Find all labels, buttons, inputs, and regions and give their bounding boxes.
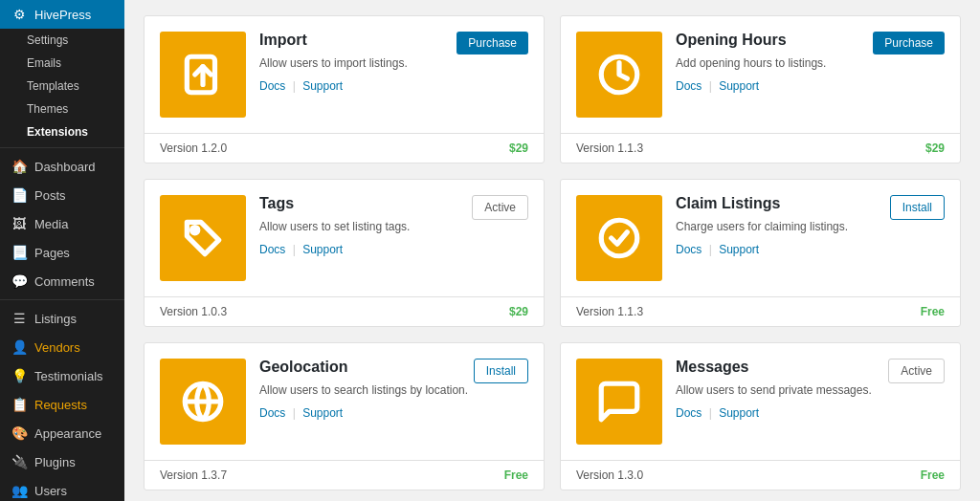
install-button-geolocation[interactable]: Install: [474, 359, 528, 383]
purchase-button-opening-hours[interactable]: Purchase: [873, 32, 945, 54]
extension-desc-import: Allow users to import listings.: [259, 54, 528, 72]
docs-link-geolocation[interactable]: Docs: [259, 406, 285, 420]
extension-footer-import: Version 1.2.0 $29: [145, 133, 544, 163]
support-link-messages[interactable]: Support: [719, 406, 759, 420]
sidebar-item-media[interactable]: 🖼 Media: [0, 209, 124, 238]
extension-icon-claim-listings: [576, 195, 662, 281]
sidebar-item-plugins[interactable]: 🔌 Plugins: [0, 447, 124, 476]
install-button-claim-listings[interactable]: Install: [890, 195, 945, 220]
extension-icon-opening-hours: [576, 32, 662, 118]
sidebar-appearance-label: Appearance: [34, 426, 101, 441]
extension-card-claim-listings: Claim Listings Charge users for claiming…: [560, 179, 961, 327]
sidebar-comments-label: Comments: [34, 274, 95, 289]
extension-version-tags: Version 1.0.3: [160, 305, 227, 318]
appearance-icon: 🎨: [11, 425, 27, 441]
extension-links-geolocation: Docs | Support: [259, 406, 528, 420]
sidebar: ⚙ HivePress Settings Emails Templates Th…: [0, 0, 124, 501]
sidebar-sub-settings[interactable]: Settings: [0, 29, 124, 52]
docs-link-import[interactable]: Docs: [259, 79, 285, 93]
extension-version-claim-listings: Version 1.1.3: [576, 305, 643, 318]
posts-icon: 📄: [11, 187, 27, 203]
extension-links-tags: Docs | Support: [259, 243, 528, 256]
sidebar-sub-emails[interactable]: Emails: [0, 52, 124, 75]
users-icon: 👥: [11, 483, 27, 498]
extension-desc-tags: Allow users to set listing tags.: [259, 218, 528, 235]
sidebar-dashboard-label: Dashboard: [34, 160, 96, 174]
sidebar-media-label: Media: [34, 217, 68, 231]
extension-version-opening-hours: Version 1.1.3: [576, 142, 643, 155]
support-link-geolocation[interactable]: Support: [302, 406, 343, 420]
support-link-import[interactable]: Support: [302, 79, 343, 93]
extension-footer-tags: Version 1.0.3 $29: [145, 296, 544, 326]
extension-version-geolocation: Version 1.3.7: [160, 468, 227, 482]
extension-icon-geolocation: [160, 359, 246, 445]
extension-links-claim-listings: Docs | Support: [676, 243, 945, 256]
sidebar-item-vendors[interactable]: 👤 Vendors: [0, 333, 124, 361]
requests-icon: 📋: [11, 397, 27, 412]
docs-link-tags[interactable]: Docs: [259, 243, 285, 256]
extension-price-claim-listings: Free: [921, 305, 945, 318]
extension-icon-import: [160, 32, 246, 118]
extension-version-messages: Version 1.3.0: [576, 468, 643, 482]
sidebar-item-pages[interactable]: 📃 Pages: [0, 238, 124, 267]
sidebar-item-comments[interactable]: 💬 Comments: [0, 267, 124, 295]
sidebar-sub-templates[interactable]: Templates: [0, 75, 124, 98]
plugins-icon: 🔌: [11, 454, 27, 469]
sidebar-item-listings[interactable]: ☰ Listings: [0, 304, 124, 333]
extension-price-opening-hours: $29: [925, 142, 945, 155]
extension-links-messages: Docs | Support: [676, 406, 945, 420]
extension-price-import: $29: [509, 142, 528, 155]
dashboard-icon: 🏠: [11, 159, 27, 174]
testimonials-icon: 💡: [11, 368, 27, 383]
extension-icon-tags: [160, 195, 246, 281]
sidebar-item-testimonials[interactable]: 💡 Testimonials: [0, 361, 124, 390]
docs-link-claim-listings[interactable]: Docs: [676, 243, 702, 256]
extension-btn-wrapper-messages: Active: [888, 359, 945, 383]
extension-price-geolocation: Free: [504, 468, 528, 482]
extension-links-opening-hours: Docs | Support: [676, 79, 945, 93]
link-separator-import: |: [293, 79, 296, 93]
sidebar-item-requests[interactable]: 📋 Requests: [0, 390, 124, 419]
purchase-button-import[interactable]: Purchase: [457, 32, 528, 54]
listings-icon: ☰: [11, 311, 27, 326]
extension-footer-claim-listings: Version 1.1.3 Free: [561, 296, 960, 326]
link-separator-claim-listings: |: [709, 243, 712, 256]
extension-btn-wrapper-opening-hours: Purchase: [873, 32, 945, 54]
docs-link-messages[interactable]: Docs: [676, 406, 702, 420]
extension-version-import: Version 1.2.0: [160, 142, 227, 155]
hivepress-icon: ⚙: [11, 7, 27, 22]
extension-card-messages: Messages Allow users to send private mes…: [560, 342, 961, 490]
sidebar-sub-themes[interactable]: Themes: [0, 98, 124, 120]
sidebar-vendors-label: Vendors: [34, 340, 80, 355]
sidebar-hivepress-label: HivePress: [34, 8, 91, 22]
extension-desc-geolocation: Allow users to search listings by locati…: [259, 381, 528, 399]
extension-btn-wrapper-import: Purchase: [457, 32, 528, 54]
extension-btn-wrapper-geolocation: Install: [474, 359, 528, 383]
link-separator-messages: |: [709, 406, 712, 420]
support-link-claim-listings[interactable]: Support: [719, 243, 759, 256]
pages-icon: 📃: [11, 245, 27, 260]
extension-desc-messages: Allow users to send private messages.: [676, 381, 945, 399]
extension-card-geolocation: Geolocation Allow users to search listin…: [144, 342, 545, 490]
sidebar-users-label: Users: [34, 484, 67, 498]
support-link-opening-hours[interactable]: Support: [719, 79, 759, 93]
extension-footer-geolocation: Version 1.3.7 Free: [145, 460, 544, 490]
link-separator-opening-hours: |: [709, 79, 712, 93]
sidebar-plugins-label: Plugins: [34, 455, 76, 469]
svg-point-3: [192, 228, 198, 233]
sidebar-item-dashboard[interactable]: 🏠 Dashboard: [0, 152, 124, 181]
active-button-messages: Active: [888, 359, 945, 383]
sidebar-item-appearance[interactable]: 🎨 Appearance: [0, 419, 124, 447]
extension-card-opening-hours: Opening Hours Add opening hours to listi…: [560, 15, 961, 163]
sidebar-item-users[interactable]: 👥 Users: [0, 476, 124, 501]
extension-btn-wrapper-claim-listings: Install: [890, 195, 945, 220]
docs-link-opening-hours[interactable]: Docs: [676, 79, 702, 93]
sidebar-sub-extensions[interactable]: Extensions: [0, 120, 124, 143]
sidebar-item-hivepress[interactable]: ⚙ HivePress: [0, 0, 124, 29]
sidebar-testimonials-label: Testimonials: [34, 369, 103, 383]
active-button-tags: Active: [472, 195, 528, 220]
support-link-tags[interactable]: Support: [302, 243, 343, 256]
sidebar-item-posts[interactable]: 📄 Posts: [0, 181, 124, 209]
sidebar-posts-label: Posts: [34, 188, 66, 203]
extension-desc-claim-listings: Charge users for claiming listings.: [676, 218, 945, 235]
